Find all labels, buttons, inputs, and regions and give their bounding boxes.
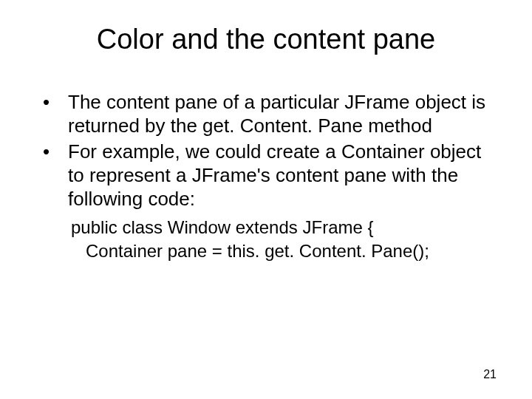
page-number: 21 xyxy=(483,368,497,381)
code-block: public class Window extends JFrame { Con… xyxy=(30,216,502,264)
slide-title: Color and the content pane xyxy=(30,24,502,55)
bullet-list: The content pane of a particular JFrame … xyxy=(30,91,502,211)
code-line: Container pane = this. get. Content. Pan… xyxy=(71,239,502,263)
bullet-item: For example, we could create a Container… xyxy=(30,140,502,211)
bullet-item: The content pane of a particular JFrame … xyxy=(30,91,502,137)
code-line: public class Window extends JFrame { xyxy=(71,216,502,239)
slide: Color and the content pane The content p… xyxy=(0,0,532,399)
